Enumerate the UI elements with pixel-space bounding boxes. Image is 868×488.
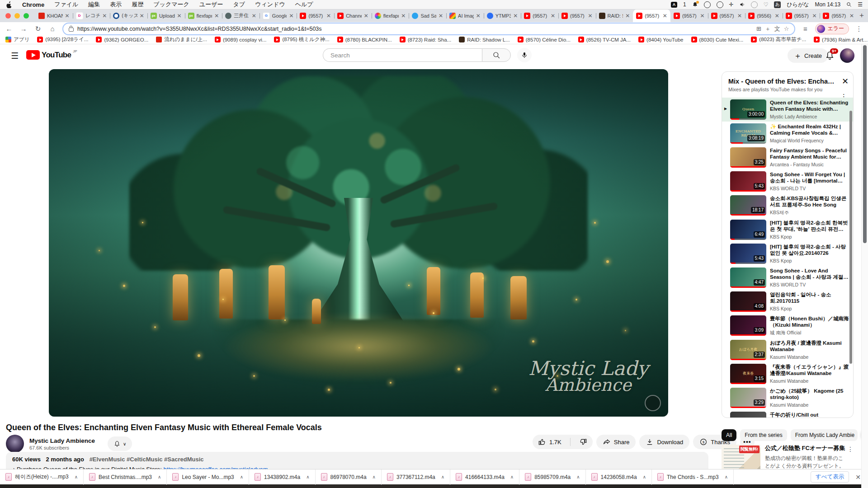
chevron-up-icon[interactable]: ∧ — [158, 474, 161, 479]
share-button[interactable]: Share — [596, 435, 636, 449]
tab-close-icon[interactable]: ✕ — [812, 13, 816, 19]
playlist-thumbnail[interactable]: おぼろ月夜2:37 — [730, 340, 766, 360]
playlist-item-channel[interactable]: Mystic Lady Ambience — [770, 114, 849, 119]
url-text[interactable]: https://www.youtube.com/watch?v=S355U8Nw… — [77, 26, 753, 32]
menu-item[interactable]: タブ — [233, 0, 245, 9]
menu-item[interactable]: ヘルプ — [295, 0, 313, 9]
close-downloads-bar-icon[interactable]: ✕ — [855, 474, 861, 481]
tab-close-icon[interactable]: ✕ — [849, 13, 854, 19]
playlist-item-channel[interactable]: Kasumi Watanabe — [770, 354, 849, 360]
menu-item[interactable]: ブックマーク — [153, 0, 189, 9]
download-item[interactable]: ♪14236058.m4a∧ — [586, 469, 652, 485]
account-avatar[interactable] — [840, 48, 854, 63]
playlist-item-title[interactable]: 千年の祈り/Chill out — [770, 412, 818, 418]
tab-close-icon[interactable]: ✕ — [401, 13, 406, 19]
new-tab-button[interactable]: ＋ — [857, 9, 866, 22]
playlist-item-title[interactable]: 『夜来香（イエライシャン）』渡邊香澄/Kasumi Watanabe — [770, 364, 849, 377]
ime-icon[interactable]: あ — [774, 1, 781, 8]
chevron-up-icon[interactable]: ∧ — [306, 474, 309, 479]
bookmark-item[interactable]: (8723) Raid: Sha... — [400, 37, 452, 42]
address-bar[interactable]: https://www.youtube.com/watch?v=S355U8Nw… — [62, 23, 795, 35]
star-icon[interactable]: ☆ — [784, 25, 789, 32]
playlist-item[interactable]: 5:43[HIT] 불후의 명곡2-송소희 - 사랑 없인 못 살아요.2014… — [722, 242, 853, 266]
control-center-icon[interactable]: ☰ — [858, 1, 863, 8]
tab-close-icon[interactable]: ✕ — [289, 13, 293, 19]
download-item[interactable]: ♪13438902.m4a∧ — [249, 469, 315, 485]
playlist-thumbnail[interactable]: 夜来香3:15 — [730, 364, 766, 384]
tab-close-icon[interactable]: ✕ — [326, 13, 331, 19]
ad-menu-icon[interactable]: ⋮ — [847, 446, 854, 453]
bookmark-item[interactable]: アプリ — [5, 36, 29, 43]
playlist-thumbnail[interactable] — [730, 412, 766, 418]
browser-tab[interactable]: 三井住✕ — [222, 9, 259, 22]
filter-chip[interactable]: All — [722, 429, 736, 441]
playlist-thumbnail[interactable]: 6:49 — [730, 220, 766, 240]
bookmark-add-icon[interactable]: ＋ — [765, 25, 771, 33]
tab-close-icon[interactable]: ✕ — [177, 13, 182, 19]
download-item[interactable]: ♪86978070.m4a∧ — [316, 469, 382, 485]
location-icon[interactable]: ✛ — [729, 1, 734, 8]
playlist-thumbnail[interactable]: 5:43 — [730, 171, 766, 192]
chevron-up-icon[interactable]: ∧ — [75, 474, 78, 479]
playlist-item[interactable]: 5:43Song Sohee - Will Forget You | 송소희 -… — [722, 169, 853, 193]
tab-close-icon[interactable]: ✕ — [140, 13, 144, 19]
accessibility-icon[interactable] — [717, 1, 723, 8]
tab-close-icon[interactable]: ✕ — [588, 13, 593, 19]
page-scrollbar[interactable] — [861, 44, 868, 488]
playlist-item-channel[interactable]: 城 南海 Official — [770, 330, 849, 336]
player-watermark-icon[interactable] — [645, 395, 661, 411]
download-item[interactable]: ♪The Chords - S...mp3∧ — [652, 469, 734, 485]
browser-tab[interactable]: Channe✕ — [334, 9, 372, 22]
playlist-thumbnail[interactable]: 4:47 — [730, 267, 766, 288]
download-item[interactable]: ♪Leo Sayer - Mo...mp3∧ — [167, 469, 249, 485]
playlist-item[interactable]: 6:49[HIT] 불후의 명곡2-송소희 한복벗은 첫 무대, '하늘' 판소… — [722, 218, 853, 242]
playlist-item-title[interactable]: [HIT] 불후의 명곡2-송소희 - 사랑 없인 못 살아요.20140726 — [770, 244, 849, 257]
chevron-up-icon[interactable]: ∧ — [240, 474, 243, 479]
youtube-logo[interactable]: YouTube JP — [26, 50, 77, 60]
playlist-item-title[interactable]: ✨ Enchanted Realm 432Hz | Calming Female… — [770, 123, 849, 136]
volume-icon[interactable] — [740, 2, 745, 7]
chevron-up-icon[interactable]: ∧ — [643, 474, 646, 479]
playlist-item-title[interactable]: おぼろ月夜 / 渡邊香澄 Kasumi Watanabe — [770, 340, 849, 353]
shape-icon[interactable]: ♡ — [764, 1, 769, 8]
bookmark-item[interactable]: RAID: Shadow L... — [459, 37, 510, 42]
sidebar-icon[interactable]: ≡ — [801, 25, 810, 33]
chevron-up-icon[interactable]: ∧ — [576, 474, 580, 479]
tab-close-icon[interactable]: ✕ — [775, 13, 779, 19]
playlist-item-channel[interactable]: KBS제주 — [770, 210, 849, 216]
browser-tab[interactable]: pxflexfapr✕ — [185, 9, 222, 22]
tab-close-icon[interactable]: ✕ — [102, 13, 107, 19]
filter-chip[interactable]: From Mystic Lady Ambie — [791, 429, 858, 441]
profile-error-chip[interactable]: エラー — [815, 23, 849, 34]
tab-close-icon[interactable]: ✕ — [737, 13, 742, 19]
search-input[interactable] — [323, 48, 482, 62]
download-item[interactable]: ♪헤이즈(Heize) -....mp3∧ — [0, 469, 84, 485]
bookmark-item[interactable]: (8795) 桃ミルク神... — [274, 36, 329, 43]
ad-title[interactable]: 公式／松陰塾 FCオーナー募集 — [765, 445, 846, 452]
menu-item[interactable]: 表示 — [110, 0, 122, 9]
bookmark-item[interactable]: (9362) GORGEO... — [96, 37, 148, 42]
browser-tab[interactable]: flexfapr✕ — [372, 9, 409, 22]
playlist-item[interactable]: 千年の祈り/Chill out — [722, 410, 853, 418]
ime-mode-label[interactable]: ひらがな — [787, 1, 809, 9]
playlist-scrollbar[interactable] — [849, 111, 852, 364]
bookmark-item[interactable]: (9089) cosplay vi... — [215, 37, 267, 42]
tab-close-icon[interactable]: ✕ — [513, 13, 518, 19]
tab-close-icon[interactable]: ✕ — [364, 13, 368, 19]
playlist-item-title[interactable]: Queen of the Elves: Enchanting Elven Fan… — [770, 99, 849, 113]
browser-tab[interactable]: Sad Sa✕ — [409, 9, 446, 22]
browser-tab[interactable]: (9557) A✕ — [708, 9, 745, 22]
playlist-item-channel[interactable]: Kasumi Watanabe — [770, 378, 849, 384]
tab-close-icon[interactable]: ✕ — [252, 13, 256, 19]
chrome-menu-icon[interactable]: ⋮ — [854, 25, 863, 33]
playlist-item-channel[interactable]: Arcantea - Fantasy Music — [770, 162, 849, 167]
video-player[interactable]: Mystic Lady Ambience — [49, 69, 668, 417]
home-button[interactable]: ⌂ — [48, 25, 57, 33]
playlist-thumbnail[interactable]: ENCHANTED REALM3:08:19 — [730, 123, 766, 144]
hamburger-menu-icon[interactable]: ☰ — [11, 51, 19, 61]
browser-tab[interactable]: Dレコチ✕ — [73, 9, 110, 22]
tab-close-icon[interactable]: ✕ — [551, 13, 555, 19]
playlist-item-title[interactable]: かごめ（25絃筝） Kagome (25 string-koto) — [770, 388, 849, 401]
playlist-item-title[interactable]: Song Sohee - Will Forget You | 송소희 - 나는 … — [770, 171, 849, 184]
download-item[interactable]: ♪85985709.m4a∧ — [519, 469, 585, 485]
